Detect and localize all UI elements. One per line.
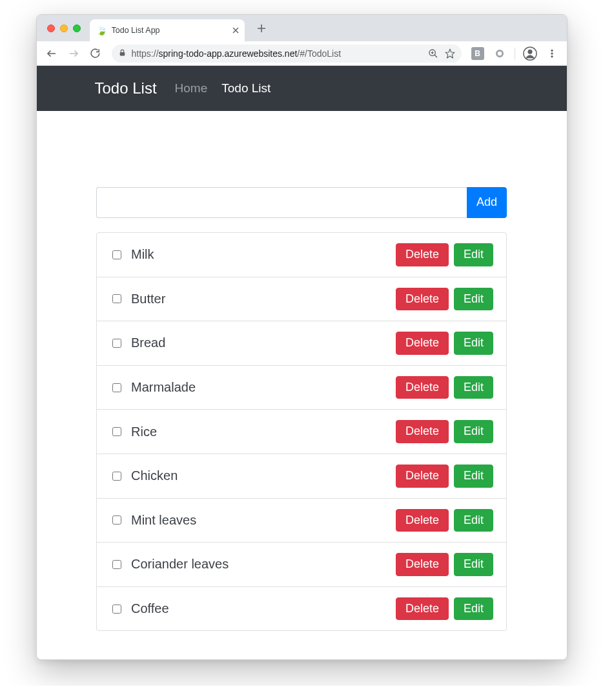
window-minimize-button[interactable] <box>60 25 68 32</box>
todo-item: Mint leavesDeleteEdit <box>97 499 506 543</box>
content: Add MilkDeleteEditButterDeleteEditBreadD… <box>96 187 507 631</box>
delete-button[interactable]: Delete <box>396 332 449 355</box>
todo-actions: DeleteEdit <box>396 509 493 532</box>
todo-checkbox[interactable] <box>112 472 121 481</box>
todo-label: Marmalade <box>131 380 388 395</box>
delete-button[interactable]: Delete <box>396 376 449 399</box>
svg-line-8 <box>434 55 437 57</box>
delete-button[interactable]: Delete <box>396 553 449 576</box>
window-close-button[interactable] <box>47 25 55 32</box>
edit-button[interactable]: Edit <box>454 288 493 311</box>
browser-tab[interactable]: 🍃 Todo List App <box>90 19 245 41</box>
nav-links: HomeTodo List <box>175 81 271 95</box>
todo-item: MarmaladeDeleteEdit <box>97 366 506 410</box>
close-tab-button[interactable] <box>230 25 241 35</box>
tab-title: Todo List App <box>112 26 226 35</box>
todo-label: Milk <box>131 247 388 262</box>
edit-button[interactable]: Edit <box>454 332 493 355</box>
todo-item: ButterDeleteEdit <box>97 277 506 322</box>
brand[interactable]: Todo List <box>95 79 157 97</box>
edit-button[interactable]: Edit <box>454 420 493 443</box>
todo-item: CoffeeDeleteEdit <box>97 587 506 631</box>
todo-label: Butter <box>131 292 388 306</box>
todo-item: BreadDeleteEdit <box>97 321 506 366</box>
todo-item: Coriander leavesDeleteEdit <box>97 543 506 587</box>
forward-button[interactable] <box>64 44 83 63</box>
todo-checkbox[interactable] <box>112 427 121 436</box>
toolbar-divider <box>515 48 515 59</box>
browser-toolbar: https://spring-todo-app.azurewebsites.ne… <box>37 41 567 66</box>
delete-button[interactable]: Delete <box>396 288 449 311</box>
edit-button[interactable]: Edit <box>454 243 493 266</box>
leaf-icon: 🍃 <box>96 26 107 35</box>
app-navbar: Todo List HomeTodo List <box>37 66 567 111</box>
add-form: Add <box>96 187 507 218</box>
todo-checkbox[interactable] <box>112 294 121 303</box>
todo-checkbox[interactable] <box>112 339 121 348</box>
svg-point-14 <box>527 50 531 54</box>
edit-button[interactable]: Edit <box>454 465 493 488</box>
address-bar[interactable]: https://spring-todo-app.azurewebsites.ne… <box>112 45 462 63</box>
todo-label: Mint leaves <box>131 513 388 528</box>
todo-actions: DeleteEdit <box>396 243 493 266</box>
todo-item: MilkDeleteEdit <box>97 233 506 277</box>
todo-label: Bread <box>131 335 388 350</box>
todo-actions: DeleteEdit <box>396 597 493 621</box>
todo-checkbox[interactable] <box>112 560 121 569</box>
edit-button[interactable]: Edit <box>454 509 493 532</box>
todo-actions: DeleteEdit <box>396 376 493 399</box>
profile-button[interactable] <box>520 44 540 63</box>
kebab-menu-button[interactable] <box>542 44 562 63</box>
window-fullscreen-button[interactable] <box>73 25 81 32</box>
url-text: https://spring-todo-app.azurewebsites.ne… <box>132 48 436 59</box>
todo-actions: DeleteEdit <box>396 553 493 576</box>
zoom-icon[interactable] <box>425 46 441 61</box>
delete-button[interactable]: Delete <box>396 509 449 532</box>
new-tab-button[interactable] <box>252 19 271 37</box>
todo-item: RiceDeleteEdit <box>97 410 506 454</box>
todo-checkbox[interactable] <box>112 605 121 614</box>
browser-window: 🍃 Todo List App https://spring-todo-app.… <box>36 14 567 660</box>
todo-label: Rice <box>131 425 388 439</box>
todo-checkbox[interactable] <box>112 515 121 525</box>
navlink-home[interactable]: Home <box>175 81 208 95</box>
extension-circle-button[interactable] <box>490 44 509 63</box>
extension-icon: B <box>471 47 484 60</box>
lock-icon <box>118 48 127 59</box>
todo-checkbox[interactable] <box>112 383 121 392</box>
todo-actions: DeleteEdit <box>396 465 493 488</box>
todo-checkbox[interactable] <box>112 250 121 259</box>
delete-button[interactable]: Delete <box>396 243 449 266</box>
new-todo-input[interactable] <box>96 187 467 218</box>
reload-button[interactable] <box>86 44 105 63</box>
todo-label: Chicken <box>131 468 388 483</box>
tab-strip: 🍃 Todo List App <box>37 15 567 41</box>
svg-point-17 <box>551 55 553 57</box>
bookmark-star-icon[interactable] <box>442 46 458 61</box>
svg-marker-11 <box>445 49 454 57</box>
svg-point-12 <box>496 50 502 56</box>
delete-button[interactable]: Delete <box>396 597 449 621</box>
todo-list: MilkDeleteEditButterDeleteEditBreadDelet… <box>96 232 507 631</box>
todo-actions: DeleteEdit <box>396 420 493 443</box>
extension-button[interactable]: B <box>468 44 487 63</box>
delete-button[interactable]: Delete <box>396 465 449 488</box>
edit-button[interactable]: Edit <box>454 597 493 621</box>
todo-actions: DeleteEdit <box>396 288 493 311</box>
add-button[interactable]: Add <box>467 187 507 218</box>
edit-button[interactable]: Edit <box>454 376 493 399</box>
todo-label: Coriander leaves <box>131 557 388 572</box>
svg-point-15 <box>551 50 553 52</box>
window-controls <box>47 25 81 32</box>
navlink-todo-list[interactable]: Todo List <box>221 81 271 95</box>
todo-actions: DeleteEdit <box>396 332 493 355</box>
svg-rect-6 <box>119 52 125 55</box>
delete-button[interactable]: Delete <box>396 420 449 443</box>
page: Todo List HomeTodo List Add MilkDeleteEd… <box>37 66 567 659</box>
edit-button[interactable]: Edit <box>454 553 493 576</box>
todo-item: ChickenDeleteEdit <box>97 454 506 499</box>
todo-label: Coffee <box>131 601 388 616</box>
svg-point-16 <box>551 52 553 54</box>
back-button[interactable] <box>42 44 61 63</box>
